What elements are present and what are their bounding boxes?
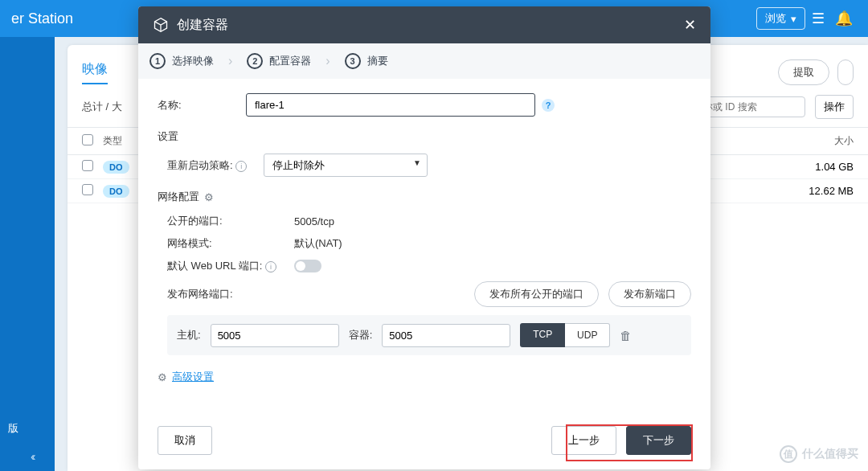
step-1[interactable]: 1选择映像 bbox=[149, 53, 214, 69]
stepper: 1选择映像 › 2配置容器 › 3摘要 bbox=[138, 43, 710, 79]
container-port-input[interactable] bbox=[382, 324, 510, 347]
chevron-right-icon: › bbox=[228, 54, 232, 68]
modal-title: 创建容器 bbox=[177, 17, 228, 34]
pubport-value: 5005/tcp bbox=[294, 215, 334, 227]
chevron-right-icon: › bbox=[326, 54, 330, 68]
browse-button[interactable]: 浏览 ▾ bbox=[756, 7, 805, 30]
info-icon[interactable]: i bbox=[235, 161, 247, 172]
restart-policy-select[interactable]: ▼ bbox=[264, 154, 428, 177]
help-icon[interactable]: ? bbox=[542, 99, 555, 112]
type-badge: DO bbox=[103, 185, 129, 198]
settings-header: 设置 bbox=[158, 129, 691, 144]
count-label: 总计 / 大 bbox=[82, 100, 122, 114]
bell-icon[interactable]: 🔔 bbox=[831, 10, 857, 27]
prev-button[interactable]: 上一步 bbox=[551, 426, 616, 455]
watermark-icon: 值 bbox=[780, 445, 797, 463]
gear-icon[interactable]: ⚙ bbox=[204, 191, 214, 203]
weburl-label: 默认 Web URL 端口: i bbox=[167, 259, 294, 273]
watermark: 值 什么值得买 bbox=[780, 445, 858, 463]
name-input[interactable] bbox=[246, 93, 535, 117]
sidebar-label: 版 bbox=[8, 421, 18, 436]
row-checkbox[interactable] bbox=[82, 184, 93, 195]
col-size[interactable]: 大小 bbox=[757, 134, 854, 148]
tcp-option[interactable]: TCP bbox=[520, 323, 565, 347]
close-icon[interactable]: ✕ bbox=[684, 16, 696, 34]
browse-label: 浏览 bbox=[765, 11, 786, 26]
type-badge: DO bbox=[103, 161, 129, 174]
gear-icon: ⚙ bbox=[158, 371, 167, 383]
pubport-label: 公开的端口: bbox=[167, 214, 294, 228]
operate-button[interactable]: 操作 bbox=[815, 95, 854, 119]
netmode-label: 网络模式: bbox=[167, 236, 294, 251]
info-icon[interactable]: i bbox=[265, 261, 276, 272]
protocol-toggle[interactable]: TCP UDP bbox=[520, 323, 610, 347]
next-button[interactable]: 下一步 bbox=[626, 426, 691, 455]
row-size: 1.04 GB bbox=[757, 161, 854, 173]
row-checkbox[interactable] bbox=[82, 160, 93, 171]
tab-images[interactable]: 映像 bbox=[82, 61, 108, 84]
step-3[interactable]: 3摘要 bbox=[345, 53, 388, 69]
modal-body: 名称: ? 设置 重新启动策略: i ▼ 网络配置 ⚙ 公开的端口:5005/t… bbox=[138, 79, 710, 415]
step-2[interactable]: 2配置容器 bbox=[247, 53, 311, 69]
restart-label: 重新启动策略: i bbox=[167, 158, 264, 173]
modal-footer: 取消 上一步 下一步 bbox=[138, 415, 710, 469]
trash-icon[interactable]: 🗑 bbox=[620, 329, 632, 342]
weburl-toggle[interactable] bbox=[294, 260, 321, 272]
select-all-checkbox[interactable] bbox=[82, 134, 93, 145]
udp-option[interactable]: UDP bbox=[565, 323, 610, 347]
sidebar: 版 ‹‹ bbox=[0, 37, 55, 471]
advanced-settings-link[interactable]: ⚙ 高级设置 bbox=[158, 370, 691, 384]
modal-titlebar: 创建容器 ✕ bbox=[138, 6, 710, 43]
extract-button[interactable]: 提取 bbox=[778, 59, 829, 85]
port-mapping-row: 主机: 容器: TCP UDP 🗑 bbox=[167, 315, 691, 355]
cube-icon bbox=[153, 17, 169, 33]
cancel-button[interactable]: 取消 bbox=[158, 426, 212, 455]
network-header: 网络配置 ⚙ bbox=[158, 190, 691, 204]
create-container-modal: 创建容器 ✕ 1选择映像 › 2配置容器 › 3摘要 名称: ? 设置 重新启动… bbox=[138, 6, 710, 469]
list-icon[interactable]: ☰ bbox=[805, 10, 831, 27]
name-label: 名称: bbox=[158, 98, 246, 113]
app-title: er Station bbox=[11, 10, 73, 27]
publish-label: 发布网络端口: bbox=[167, 287, 294, 301]
host-label: 主机: bbox=[177, 328, 201, 342]
chevron-down-icon: ▾ bbox=[791, 13, 796, 25]
netmode-value: 默认(NAT) bbox=[294, 236, 342, 251]
more-button[interactable] bbox=[837, 59, 854, 85]
publish-all-button[interactable]: 发布所有公开的端口 bbox=[474, 281, 599, 307]
host-port-input[interactable] bbox=[211, 324, 339, 347]
row-size: 12.62 MB bbox=[757, 185, 854, 197]
collapse-icon[interactable]: ‹‹ bbox=[31, 450, 33, 463]
container-label: 容器: bbox=[349, 328, 373, 342]
publish-new-button[interactable]: 发布新端口 bbox=[608, 281, 691, 307]
